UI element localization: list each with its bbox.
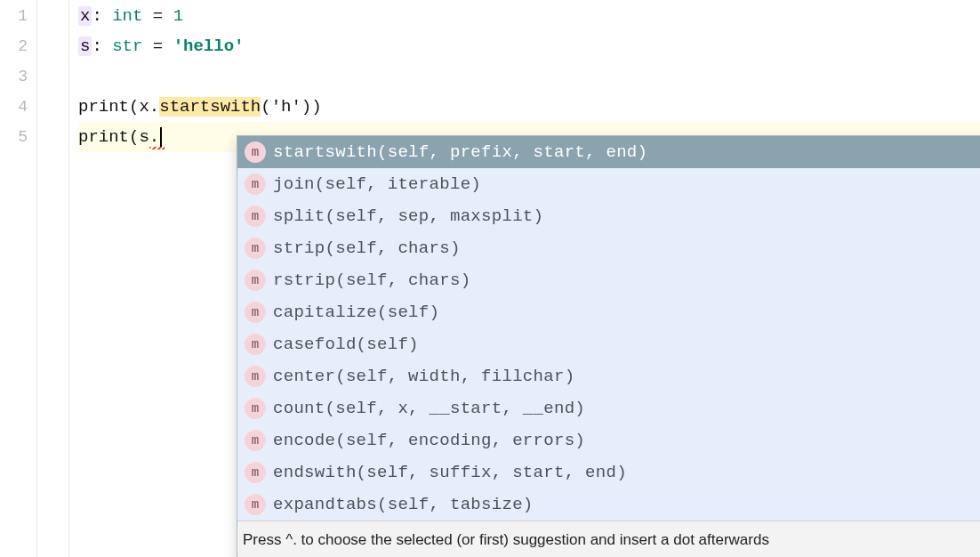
args: ('h')): [261, 97, 321, 117]
colon: :: [92, 36, 101, 56]
completion-signature: rstrip(self, chars): [273, 265, 980, 295]
text-caret: [160, 127, 162, 147]
method-icon: m: [245, 238, 266, 259]
line-number: 2: [0, 30, 28, 61]
completion-item[interactable]: mexpandtabs(self, tabsize)str: [237, 488, 980, 521]
completion-signature: casefold(self): [273, 329, 980, 359]
gutter-margin: [37, 0, 69, 557]
method-icon: m: [245, 494, 266, 515]
completion-popup[interactable]: mstartswith(self, prefix, start, end)str…: [237, 135, 980, 557]
call-print: print(: [78, 127, 139, 147]
dot-with-error: .: [149, 127, 159, 147]
space: [142, 36, 152, 56]
code-line[interactable]: x: int = 1: [78, 1, 980, 31]
method-icon: m: [245, 206, 266, 227]
colon: :: [92, 6, 101, 26]
method-icon: m: [245, 302, 266, 323]
equals: =: [153, 36, 163, 56]
method-icon: m: [245, 174, 266, 195]
code-line[interactable]: s: str = 'hello': [78, 31, 980, 61]
space: [163, 36, 173, 56]
line-number: 5: [0, 121, 28, 151]
variable-s: s: [78, 36, 92, 56]
code-line-empty[interactable]: [78, 61, 980, 92]
completion-item[interactable]: mjoin(self, iterable)str: [237, 168, 980, 200]
completion-item[interactable]: mendswith(self, suffix, start, end)str: [237, 456, 980, 488]
completion-signature: capitalize(self): [273, 297, 980, 327]
completion-signature: startswith(self, prefix, start, end): [273, 137, 980, 167]
completion-item[interactable]: mcapitalize(self)str: [237, 296, 980, 328]
space: [102, 6, 112, 26]
code-editor[interactable]: x: int = 1 s: str = 'hello' print(x.star…: [69, 0, 980, 557]
literal-string: 'hello': [173, 36, 245, 56]
obj-s: s: [139, 127, 149, 147]
completion-signature: split(self, sep, maxsplit): [273, 201, 980, 231]
completion-signature: count(self, x, __start, __end): [273, 393, 980, 424]
completion-item[interactable]: mencode(self, encoding, errors)str: [237, 424, 980, 456]
method-icon: m: [245, 334, 266, 355]
method-icon: m: [245, 430, 266, 451]
completion-signature: expandtabs(self, tabsize): [273, 489, 980, 520]
completion-item[interactable]: mcount(self, x, __start, __end)str: [237, 392, 980, 424]
obj-x: x: [139, 97, 149, 117]
completion-item[interactable]: mstrip(self, chars)str: [237, 232, 980, 264]
completion-signature: strip(self, chars): [273, 233, 980, 263]
completion-list[interactable]: mstartswith(self, prefix, start, end)str…: [237, 136, 980, 521]
method-icon: m: [245, 141, 266, 163]
method-icon: m: [245, 398, 266, 419]
completion-signature: endswith(self, suffix, start, end): [273, 457, 980, 488]
completion-signature: join(self, iterable): [273, 169, 980, 199]
method-icon: m: [245, 366, 266, 387]
space: [102, 36, 112, 56]
completion-signature: encode(self, encoding, errors): [273, 425, 980, 456]
dot: .: [149, 97, 159, 117]
completion-item[interactable]: msplit(self, sep, maxsplit)str: [237, 200, 980, 232]
method-startswith-highlight: startswith: [159, 97, 261, 117]
completion-item[interactable]: mrstrip(self, chars)str: [237, 264, 980, 296]
type-str: str: [112, 36, 142, 56]
variable-x: x: [78, 6, 92, 26]
completion-item[interactable]: mstartswith(self, prefix, start, end)str: [237, 136, 980, 168]
completion-signature: center(self, width, fillchar): [273, 361, 980, 392]
line-number: 1: [0, 0, 28, 30]
method-icon: m: [245, 462, 266, 483]
completion-item[interactable]: mcasefold(self)str: [237, 328, 980, 360]
completion-footer: Press ^. to choose the selected (or firs…: [237, 521, 980, 557]
space: [142, 6, 152, 26]
line-number: 3: [0, 61, 28, 91]
completion-hint: Press ^. to choose the selected (or firs…: [243, 525, 980, 555]
call-print: print(: [78, 97, 139, 117]
completion-item[interactable]: mcenter(self, width, fillchar)str: [237, 360, 980, 392]
literal-int: 1: [173, 6, 183, 26]
method-icon: m: [245, 270, 266, 291]
space: [163, 6, 173, 26]
code-line[interactable]: print(x.startswith('h')): [78, 92, 980, 122]
type-int: int: [112, 6, 142, 26]
gutter: 1 2 3 4 5: [0, 0, 37, 557]
equals: =: [153, 6, 163, 26]
line-number: 4: [0, 91, 28, 121]
